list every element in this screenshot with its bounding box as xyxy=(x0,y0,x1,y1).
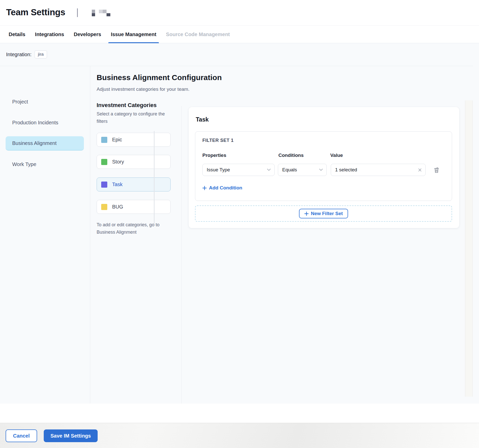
condition-select[interactable]: Equals xyxy=(278,164,327,176)
sidebar-item-label: Business Alignment xyxy=(12,140,57,146)
new-filter-set-button[interactable]: New Filter Set xyxy=(299,209,348,218)
categories-divider xyxy=(181,106,182,404)
investment-categories-helper: Select a category to configure the filte… xyxy=(97,110,175,125)
category-label: Epic xyxy=(112,137,122,143)
cancel-button[interactable]: Cancel xyxy=(6,429,37,442)
category-label: Task xyxy=(112,182,123,187)
panel-title: Task xyxy=(196,116,209,123)
property-select[interactable]: Issue Type xyxy=(202,164,275,176)
delete-condition-button[interactable] xyxy=(433,167,440,173)
integration-badge: jira xyxy=(35,50,47,58)
category-color-swatch xyxy=(101,204,107,210)
chevron-down-icon xyxy=(267,169,271,171)
task-filter-panel: Task FILTER SET 1 Properties Conditions … xyxy=(189,107,459,228)
footer-action-bar: Cancel Save IM Settings xyxy=(0,423,479,448)
sidebar-item-business-alignment[interactable]: Business Alignment xyxy=(6,136,84,151)
chevron-down-icon xyxy=(319,169,323,171)
value-multiselect[interactable]: 1 selected xyxy=(331,164,426,176)
add-condition-label: Add Condition xyxy=(209,185,242,191)
sidebar-item-production-incidents[interactable]: Production Incidents xyxy=(12,120,58,126)
tab-issue-management[interactable]: Issue Management xyxy=(111,26,156,43)
category-card-story[interactable]: Story xyxy=(97,155,171,169)
column-header-value: Value xyxy=(330,153,343,158)
categories-note: To add or edit categories, go to Busines… xyxy=(97,221,171,236)
vertical-scrollbar[interactable] xyxy=(465,100,473,397)
category-color-swatch xyxy=(101,137,107,143)
sidebar-item-project[interactable]: Project xyxy=(12,99,28,105)
integration-row: Integration: jira xyxy=(6,50,47,58)
clear-value-icon[interactable] xyxy=(418,168,422,172)
categories-scrollbar[interactable] xyxy=(154,131,155,224)
redacted-team-name-block xyxy=(92,10,95,13)
redacted-team-name-block xyxy=(99,10,103,13)
team-settings-page: Team Settings Details Integrations Devel… xyxy=(0,0,479,448)
column-header-conditions: Conditions xyxy=(278,153,304,158)
plus-icon xyxy=(304,212,309,216)
category-card-epic[interactable]: Epic xyxy=(97,133,171,147)
plus-icon xyxy=(202,186,207,190)
add-condition-button[interactable]: Add Condition xyxy=(202,185,242,191)
category-color-swatch xyxy=(101,159,107,165)
section-subtitle: Adjust investment categories for your te… xyxy=(97,86,189,92)
value-selected-text: 1 selected xyxy=(335,167,357,173)
redacted-team-name-block xyxy=(92,13,95,16)
save-im-settings-button[interactable]: Save IM Settings xyxy=(44,429,98,442)
tab-source-code-management[interactable]: Source Code Management xyxy=(166,26,230,43)
redacted-team-name-block xyxy=(103,10,107,13)
category-color-swatch xyxy=(101,182,107,188)
investment-categories-heading: Investment Categories xyxy=(97,102,157,109)
integration-label: Integration: xyxy=(6,52,32,57)
category-card-task[interactable]: Task xyxy=(97,177,171,191)
content-region: Integration: jira Project Production Inc… xyxy=(0,43,479,404)
settings-sidebar: Project Production Incidents Business Al… xyxy=(0,66,90,404)
redacted-team-name-block xyxy=(107,13,110,16)
new-filter-set-zone: New Filter Set xyxy=(195,205,452,222)
condition-select-value: Equals xyxy=(282,167,297,173)
page-title: Team Settings xyxy=(6,7,65,17)
new-filter-set-label: New Filter Set xyxy=(311,211,343,216)
filter-set-label: FILTER SET 1 xyxy=(202,138,234,143)
filter-set-card: FILTER SET 1 Properties Conditions Value… xyxy=(195,131,452,201)
category-label: Story xyxy=(112,159,124,165)
sidebar-item-work-type[interactable]: Work Type xyxy=(12,161,36,167)
trash-icon xyxy=(433,167,440,173)
section-title: Business Alignment Configuration xyxy=(97,73,222,82)
title-separator xyxy=(77,8,78,17)
column-header-properties: Properties xyxy=(202,153,226,158)
tab-details[interactable]: Details xyxy=(9,26,25,43)
tab-bar: Details Integrations Developers Issue Ma… xyxy=(0,25,479,43)
category-label: BUG xyxy=(112,204,123,210)
tab-developers[interactable]: Developers xyxy=(74,26,101,43)
category-card-bug[interactable]: BUG xyxy=(97,200,171,214)
property-select-value: Issue Type xyxy=(207,167,230,173)
tab-integrations[interactable]: Integrations xyxy=(35,26,64,43)
